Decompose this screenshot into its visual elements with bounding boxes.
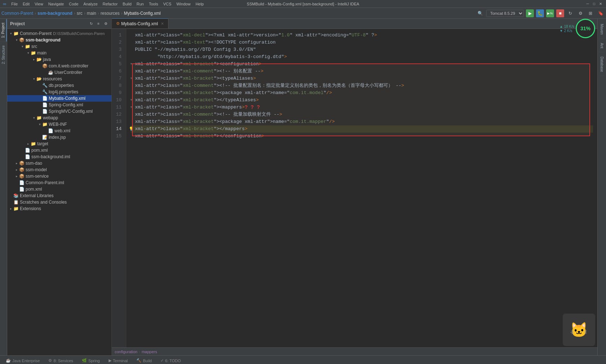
bookmark-button[interactable]: 🔖 <box>597 9 605 17</box>
menu-run[interactable]: Run <box>135 1 146 6</box>
sync-button[interactable]: ↻ <box>566 9 574 17</box>
menu-view[interactable]: View <box>32 1 45 6</box>
tree-item-log4j-properties[interactable]: 🔧log4j.properties <box>7 89 111 95</box>
database-tab[interactable]: Database <box>599 53 605 76</box>
tree-item-ssm-background[interactable]: ▾📦ssm-background <box>7 37 111 43</box>
breadcrumb-configuration[interactable]: configuration <box>115 350 137 354</box>
code-editor[interactable]: 123456789101112131415 xml-attr">class="x… <box>112 29 597 347</box>
menu-vcs[interactable]: VCS <box>161 1 174 6</box>
tree-item-mybatis-config[interactable]: 📄Mybatis-Config.xml <box>7 95 111 102</box>
menu-window[interactable]: Window <box>174 1 193 6</box>
settings-button[interactable]: ⚙ <box>576 9 584 17</box>
tree-arrow-java[interactable]: ▸ <box>32 58 36 61</box>
tree-arrow-ssm-model[interactable]: ▸ <box>14 168 19 172</box>
tree-item-external-libraries[interactable]: 📚External Libraries <box>7 192 111 199</box>
titlebar-controls[interactable]: ─ □ ✕ <box>585 1 603 6</box>
editor-tab-mybatis[interactable]: ⚙ Mybatis-Config.xml ✕ <box>112 18 168 28</box>
ant-tab[interactable]: Ant <box>599 39 605 52</box>
tree-item-resources[interactable]: ▾📂resources <box>7 76 111 82</box>
spring-tab[interactable]: 🌿 Spring <box>79 358 103 364</box>
run-coverage-button[interactable]: ▶% <box>546 9 554 17</box>
menu-navigate[interactable]: Navigate <box>46 1 66 6</box>
menu-refactor[interactable]: Refactor <box>101 1 120 6</box>
tree-item-common-parent[interactable]: ▾📁Common-ParentD:\SSMBuild\Common-Paren <box>7 30 111 37</box>
menu-help[interactable]: Help <box>193 1 206 6</box>
tree-item-db-properties[interactable]: 🔧db.properties <box>7 82 111 89</box>
tree-arrow-ssm-background[interactable]: ▾ <box>14 38 19 42</box>
breadcrumb-ssm-background[interactable]: ssm-background <box>38 11 73 16</box>
breadcrumb-main[interactable]: main <box>87 11 96 16</box>
debug-button[interactable]: 🐛 <box>536 9 544 17</box>
tree-icon-springmvc-config: 📄 <box>42 109 48 114</box>
project-tab[interactable]: 1: Project <box>0 19 7 41</box>
menu-code[interactable]: Code <box>67 1 80 6</box>
tree-item-ssm-model[interactable]: ▸📦ssm-model <box>7 167 111 173</box>
tree-arrow-ssm-dao[interactable]: ▸ <box>14 161 19 165</box>
tree-item-main[interactable]: ▾📁main <box>7 50 111 56</box>
todo-tab[interactable]: ✓ 6: TODO <box>158 358 184 364</box>
close-button[interactable]: ✕ <box>598 1 603 6</box>
tree-arrow-ssm-service[interactable]: ▸ <box>14 174 19 178</box>
tree-item-pom-xml[interactable]: 📄pom.xml <box>7 147 111 154</box>
services-tab[interactable]: ⚙ 8: Services <box>45 358 76 364</box>
layout-button[interactable]: ⊞ <box>587 9 594 17</box>
tree-item-spring-config[interactable]: 📄Spring-Config.xml <box>7 102 111 108</box>
tree-item-java[interactable]: ▸📂java <box>7 56 111 63</box>
java-enterprise-tab[interactable]: ☕ Java Enterprise <box>3 358 43 364</box>
tree-label-scratches: Scratches and Consoles <box>20 200 67 205</box>
tree-arrow-extensions[interactable]: ▸ <box>9 207 13 210</box>
tab-close-icon[interactable]: ✕ <box>161 22 164 26</box>
tree-item-ssm-dao[interactable]: ▸📦ssm-dao <box>7 160 111 167</box>
menu-edit[interactable]: Edit <box>21 1 32 6</box>
tree-label-usercontroller: UserController <box>54 70 82 75</box>
breadcrumb-file[interactable]: Mybatis-Config.xml <box>124 11 161 16</box>
tree-arrow-target[interactable]: ▸ <box>26 142 30 146</box>
tree-arrow-main[interactable]: ▾ <box>26 51 30 55</box>
tree-arrow-web-inf[interactable]: ▾ <box>38 123 42 126</box>
tree-item-ssm-background-iml[interactable]: 📄ssm-background.iml <box>7 154 111 160</box>
maven-tab[interactable]: Maven <box>599 20 605 39</box>
tree-item-index-jsp[interactable]: 📝index.jsp <box>7 134 111 141</box>
menu-build[interactable]: Build <box>120 1 133 6</box>
tree-arrow-resources[interactable]: ▾ <box>32 77 36 81</box>
tree-item-scratches[interactable]: 📋Scratches and Consoles <box>7 199 111 205</box>
tree-label-common-parent-iml: Common-Parent.iml <box>26 180 64 185</box>
run-button[interactable]: ▶ <box>526 9 534 17</box>
menu-analyze[interactable]: Analyze <box>81 1 100 6</box>
tree-item-extensions[interactable]: ▸📁Extensions <box>7 205 111 212</box>
search-everywhere-button[interactable]: 🔍 <box>476 9 484 17</box>
terminal-tab[interactable]: ▶ Terminal <box>106 358 131 364</box>
maximize-button[interactable]: □ <box>592 1 597 6</box>
breadcrumb-mappers[interactable]: mappers <box>142 350 157 354</box>
minimize-button[interactable]: ─ <box>585 1 590 6</box>
tree-item-src[interactable]: ▾📁src <box>7 43 111 50</box>
tree-item-ssm-service[interactable]: ▸📦ssm-service <box>7 173 111 179</box>
code-content[interactable]: xml-attr">class="xml-decl"><?xml xml-att… <box>126 29 597 347</box>
tree-item-web-xml[interactable]: 📄web.xml <box>7 128 111 134</box>
stop-button[interactable]: ■ <box>556 9 564 17</box>
line-number-10: 10 <box>112 97 124 104</box>
project-gear-icon[interactable]: ⚙ <box>103 21 109 27</box>
tree-arrow-common-parent[interactable]: ▾ <box>9 32 13 35</box>
build-tab[interactable]: 🔨 Build <box>133 358 154 364</box>
tree-arrow-src[interactable]: ▾ <box>20 45 25 48</box>
breadcrumb-resources[interactable]: resources <box>101 11 120 16</box>
tree-item-usercontroller[interactable]: ☕UserController <box>7 69 111 76</box>
breadcrumb-common-parent[interactable]: Common-Parent <box>1 11 33 16</box>
menu-file[interactable]: File <box>9 1 20 6</box>
tree-item-springmvc-config[interactable]: 📄SpringMVC-Config.xml <box>7 108 111 115</box>
project-sync-icon[interactable]: ↻ <box>88 21 94 27</box>
tree-item-common-parent-iml[interactable]: 📄Common-Parent.iml <box>7 179 111 186</box>
run-config-selector[interactable]: Tomcat 8.5.29 <box>486 10 524 17</box>
breadcrumb-src[interactable]: src <box>77 11 83 16</box>
tree-item-target[interactable]: ▸📁target <box>7 141 111 147</box>
tree-item-webapp[interactable]: ▾📁webapp <box>7 115 111 121</box>
tree-item-pom-xml-root[interactable]: 📄pom.xml <box>7 186 111 192</box>
tree-item-web-inf[interactable]: ▾📁WEB-INF <box>7 121 111 128</box>
tree-item-controller-pkg[interactable]: 📦com.it.web.controller <box>7 63 111 69</box>
project-settings-icon[interactable]: ≡ <box>96 21 101 27</box>
structure-tab[interactable]: 2: Structure <box>0 41 6 68</box>
menu-tools[interactable]: Tools <box>147 1 161 6</box>
main-area: 1: Project 2: Structure Project ↻ ≡ ⚙ ▾📁… <box>0 19 606 355</box>
tree-arrow-webapp[interactable]: ▾ <box>32 116 36 120</box>
